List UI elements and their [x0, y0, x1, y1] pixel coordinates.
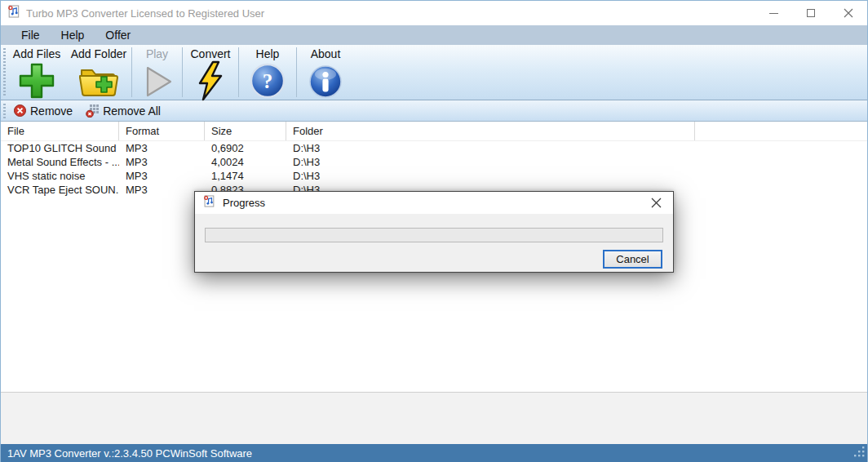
cancel-button[interactable]: Cancel	[603, 250, 662, 269]
table-row[interactable]: Metal Sound Effects - ... MP3 4,0024 D:\…	[1, 155, 867, 169]
edit-toolbar-drag-handle[interactable]	[3, 104, 6, 118]
help-button[interactable]: Help ?	[239, 45, 296, 100]
add-files-icon	[18, 62, 55, 100]
add-folder-button[interactable]: Add Folder	[66, 45, 131, 100]
about-icon	[307, 63, 344, 100]
menu-file[interactable]: File	[11, 25, 51, 45]
status-text: 1AV MP3 Converter v.:2.3.4.50 PCWinSoft …	[7, 447, 252, 460]
menu-bar: File Help Offer	[1, 25, 867, 45]
close-icon	[651, 198, 662, 208]
help-icon: ?	[249, 62, 286, 100]
output-panel: Output folder Change... Open Format .mp3…	[1, 392, 867, 444]
menu-help[interactable]: Help	[51, 25, 95, 45]
remove-all-button[interactable]: Remove All	[79, 100, 167, 121]
maximize-button[interactable]	[792, 1, 830, 25]
close-button[interactable]	[830, 1, 867, 25]
menu-offer[interactable]: Offer	[95, 25, 141, 45]
dialog-body: Cancel	[195, 214, 673, 273]
table-row[interactable]: TOP10 GLITCH Sound ... MP3 0,6902 D:\H3	[1, 141, 867, 155]
status-bar: 1AV MP3 Converter v.:2.3.4.50 PCWinSoft …	[1, 444, 867, 462]
convert-icon	[196, 60, 225, 101]
column-header-folder[interactable]: Folder	[286, 122, 695, 140]
resize-grip[interactable]	[853, 446, 866, 460]
play-button[interactable]: Play	[132, 45, 182, 100]
column-header-file[interactable]: File	[1, 122, 119, 140]
remove-button[interactable]: Remove	[7, 100, 79, 121]
close-icon	[844, 8, 853, 18]
add-files-button[interactable]: Add Files	[7, 45, 66, 100]
dialog-title: Progress	[223, 197, 265, 209]
about-button[interactable]: About	[297, 45, 354, 100]
progress-dialog-title-bar: Progress	[195, 192, 673, 214]
dialog-app-icon	[203, 195, 215, 211]
column-header-size[interactable]: Size	[205, 122, 286, 140]
add-folder-icon	[78, 63, 119, 100]
main-toolbar: Add Files Add Folder	[1, 45, 867, 100]
title-bar: Turbo MP3 Converter Licensed to Register…	[1, 1, 867, 25]
minimize-button[interactable]	[755, 1, 792, 25]
column-header-format[interactable]: Format	[119, 122, 205, 140]
svg-text:?: ?	[263, 70, 273, 92]
table-row[interactable]: VHS static noise MP3 1,1474 D:\H3	[1, 169, 867, 183]
convert-toolbar-button[interactable]: Convert	[183, 45, 238, 100]
file-table-header: File Format Size Folder	[1, 122, 867, 141]
play-icon	[141, 63, 174, 100]
toolbar-drag-handle[interactable]	[3, 48, 6, 96]
edit-toolbar: Remove Remove All	[1, 100, 867, 122]
maximize-icon	[807, 9, 815, 17]
app-icon	[7, 5, 20, 21]
window-title: Turbo MP3 Converter Licensed to Register…	[26, 7, 264, 20]
dialog-close-button[interactable]	[647, 192, 665, 214]
app-window: Turbo MP3 Converter Licensed to Register…	[0, 0, 868, 462]
remove-icon	[14, 104, 26, 117]
progress-bar	[205, 228, 663, 242]
remove-all-icon	[86, 104, 99, 118]
minimize-icon	[769, 13, 778, 14]
progress-dialog: Progress Cancel	[194, 191, 674, 273]
